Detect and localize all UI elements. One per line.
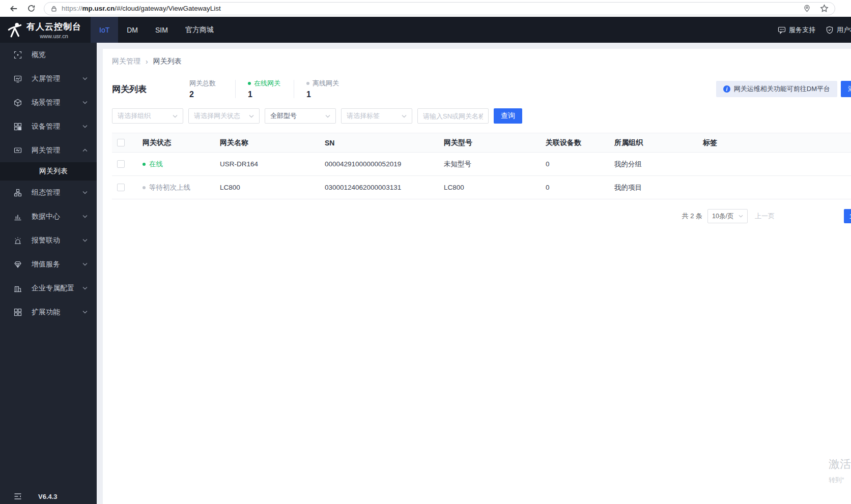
bookmark-star-icon[interactable]	[820, 4, 829, 13]
tag-select[interactable]: 请选择标签	[341, 108, 412, 124]
sidebar-item-device-mgmt[interactable]: 设备管理	[0, 114, 97, 138]
divider	[294, 80, 294, 98]
gem-icon	[14, 260, 22, 269]
refresh-icon[interactable]	[22, 2, 40, 15]
chevron-down-icon	[82, 286, 88, 290]
status-dot-icon	[143, 186, 146, 189]
device-count-cell: 0	[541, 176, 609, 199]
sidebar-item-data-center[interactable]: 数据中心	[0, 204, 97, 228]
row-checkbox[interactable]	[117, 160, 125, 168]
filter-bar: 请选择组织 请选择网关状态 全部型号 请选择标签 查询	[103, 108, 851, 124]
info-icon	[723, 85, 730, 93]
table-header-row: 网关状态 网关名称 SN 网关型号 关联设备数 所属组织 标签	[112, 133, 851, 153]
select-all-checkbox[interactable]	[117, 139, 125, 146]
table-row: 在线 USR-DR164 00004291000000052019 未知型号 0…	[112, 153, 851, 176]
breadcrumb-section[interactable]: 网关管理	[112, 57, 140, 66]
tags-cell	[698, 176, 851, 199]
address-bar[interactable]: https://mp.usr.cn/#/cloud/gateway/ViewGa…	[44, 2, 835, 15]
platform-tabs: IoT DM SIM 官方商城	[91, 17, 222, 43]
apps-grid-icon	[14, 308, 22, 316]
gateway-status-select[interactable]: 请选择网关状态	[188, 108, 260, 124]
device-count-cell: 0	[541, 153, 609, 176]
query-button[interactable]: 查询	[494, 108, 522, 124]
chevron-down-icon	[82, 190, 88, 195]
sidebar-item-scene-mgmt[interactable]: 场景管理	[0, 91, 97, 114]
breadcrumb-current: 网关列表	[153, 57, 182, 66]
chevron-down-icon	[249, 114, 254, 118]
stat-total: 网关总数 2	[189, 79, 223, 99]
chevron-down-icon	[173, 114, 178, 118]
col-tags: 标签	[698, 133, 851, 153]
model-cell: 未知型号	[439, 153, 541, 176]
row-checkbox[interactable]	[117, 184, 125, 191]
col-organization: 所属组织	[609, 133, 698, 153]
top-navbar: 有人云控制台 www.usr.cn IoT DM SIM 官方商城 服务支持 用…	[0, 17, 851, 43]
total-count: 共 2 条	[682, 212, 702, 221]
bar-chart-icon	[14, 213, 22, 221]
logo[interactable]: 有人云控制台 www.usr.cn	[0, 17, 91, 43]
tab-sim[interactable]: SIM	[147, 17, 177, 43]
sidebar-item-gateway-mgmt[interactable]: 网关管理	[0, 138, 97, 162]
chevron-down-icon	[325, 114, 330, 118]
sn-cell: 03000124062000003131	[320, 176, 439, 199]
chevron-down-icon	[82, 214, 88, 219]
collapse-sidebar-icon[interactable]	[14, 493, 22, 500]
dm-platform-notice: 网关运维相关功能可前往DM平台	[716, 81, 837, 97]
sn-search-input[interactable]	[417, 108, 489, 124]
col-device-count: 关联设备数	[541, 133, 609, 153]
siren-icon	[14, 236, 22, 245]
org-select[interactable]: 请选择组织	[112, 108, 183, 124]
divider	[235, 80, 236, 98]
shield-icon	[826, 26, 834, 34]
page-size-select[interactable]: 10条/页	[707, 209, 748, 223]
model-cell: LC800	[439, 176, 541, 199]
prev-page-button[interactable]: 上一页	[755, 212, 775, 221]
user-benefits-link[interactable]: 用户权益	[826, 25, 851, 35]
app-subtitle: www.usr.cn	[26, 33, 81, 39]
gateway-name-cell: USR-DR164	[215, 153, 320, 176]
scene-icon	[14, 99, 22, 107]
page-title: 网关列表	[112, 83, 147, 95]
version-label: V6.4.3	[38, 493, 58, 500]
chevron-down-icon	[82, 238, 88, 243]
sidebar-item-config-mgmt[interactable]: 组态管理	[0, 181, 97, 204]
location-pin-icon[interactable]	[803, 5, 811, 12]
sidebar-item-gateway-list[interactable]: 网关列表	[0, 162, 97, 181]
chevron-down-icon	[82, 76, 88, 81]
main-content: 网关管理 › 网关列表 网关列表 网关总数 2 在线网关 1 离线网关 1	[97, 43, 851, 504]
status-badge: 在线	[149, 160, 163, 169]
model-select[interactable]: 全部型号	[265, 108, 336, 124]
back-icon[interactable]	[5, 2, 22, 15]
overview-icon	[14, 51, 22, 59]
add-gateway-button[interactable]: 添加网关	[841, 81, 851, 97]
sidebar-item-overview[interactable]: 概览	[0, 43, 97, 67]
person-logo-icon	[6, 21, 23, 39]
gateway-stats: 网关总数 2 在线网关 1 离线网关 1	[189, 79, 340, 99]
table-row: 等待初次上线 LC800 03000124062000003131 LC800 …	[112, 176, 851, 199]
page-1-button[interactable]: 1	[844, 209, 851, 223]
stat-online: 在线网关 1	[248, 79, 281, 99]
col-gateway-status: 网关状态	[137, 133, 215, 153]
support-link[interactable]: 服务支持	[778, 25, 815, 35]
sidebar-item-enterprise-config[interactable]: 企业专属配置	[0, 276, 97, 300]
chat-icon	[778, 26, 786, 34]
chevron-down-icon	[739, 214, 743, 218]
browser-chrome: https://mp.usr.cn/#/cloud/gateway/ViewGa…	[0, 0, 851, 17]
chevron-up-icon	[82, 148, 88, 153]
gateway-table: 网关状态 网关名称 SN 网关型号 关联设备数 所属组织 标签 在线 USR-D…	[112, 133, 851, 199]
activation-watermark: 激活 转到“	[829, 457, 851, 485]
sitemap-icon	[14, 189, 22, 197]
sidebar-item-alarm-linkage[interactable]: 报警联动	[0, 228, 97, 252]
tab-iot[interactable]: IoT	[91, 17, 118, 43]
sidebar-item-screen-mgmt[interactable]: 大屏管理	[0, 67, 97, 91]
chevron-down-icon	[402, 114, 407, 118]
gateway-list-card: 网关管理 › 网关列表 网关列表 网关总数 2 在线网关 1 离线网关 1	[103, 49, 851, 504]
tab-mall[interactable]: 官方商城	[177, 17, 222, 43]
pagination: 共 2 条 10条/页 上一页 1	[103, 209, 851, 223]
tags-cell	[698, 153, 851, 176]
org-cell: 我的分组	[609, 153, 698, 176]
sidebar-item-value-services[interactable]: 增值服务	[0, 252, 97, 276]
tab-dm[interactable]: DM	[118, 17, 147, 43]
col-gateway-name: 网关名称	[215, 133, 320, 153]
sidebar-item-extensions[interactable]: 扩展功能	[0, 300, 97, 324]
